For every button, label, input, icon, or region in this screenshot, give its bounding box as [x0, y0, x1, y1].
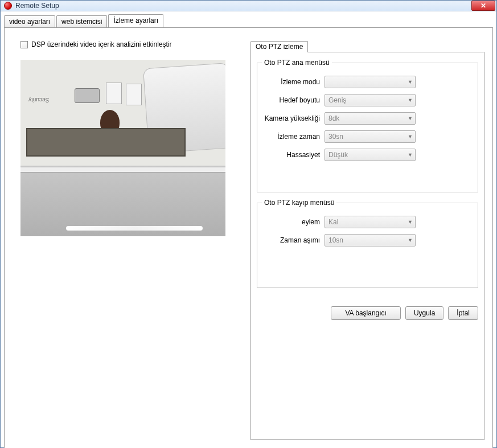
chevron-down-icon: ▼ — [408, 219, 413, 225]
combo-timeout-value: 10sn — [328, 236, 343, 244]
label-target-size: Hedef boyutu — [264, 96, 325, 104]
app-icon — [4, 2, 12, 10]
left-column: DSP üzerindeki video içerik analizini et… — [20, 39, 237, 440]
enable-dsp-label: DSP üzerindeki video içerik analizini et… — [31, 40, 172, 48]
combo-tracking-time-value: 30sn — [328, 133, 343, 141]
label-tracking-time: İzleme zaman — [264, 133, 325, 141]
scene-sheet — [126, 84, 142, 105]
row-tracking-time: İzleme zaman 30sn ▼ — [264, 130, 471, 143]
row-action: eylem Kal ▼ — [264, 216, 471, 228]
scene-light — [66, 226, 203, 231]
apply-button[interactable]: Uygula — [405, 306, 443, 320]
scene-security-text: Security — [28, 97, 49, 103]
combo-camera-height[interactable]: 8dk ▼ — [325, 112, 416, 125]
combo-sensitivity-value: Düşük — [328, 151, 348, 159]
inner-panel: Oto PTZ ana menüsü İzleme modu ▼ Hedef b… — [250, 52, 484, 440]
tab-web-client[interactable]: web istemcisi — [56, 15, 107, 28]
scene-counter — [20, 167, 225, 172]
fieldset-loss-menu: Oto PTZ kayıp menüsü eylem Kal ▼ Zaman a… — [257, 203, 478, 288]
inner-tabstrip: Oto PTZ izleme — [250, 39, 484, 52]
chevron-down-icon: ▼ — [408, 116, 413, 121]
enable-dsp-row[interactable]: DSP üzerindeki video içerik analizini et… — [20, 40, 237, 48]
row-sensitivity: Hassasiyet Düşük ▼ — [264, 149, 471, 161]
close-icon: ✕ — [480, 2, 486, 9]
label-tracking-mode: İzleme modu — [264, 78, 325, 86]
scene-board — [26, 128, 186, 157]
combo-action[interactable]: Kal ▼ — [325, 216, 416, 228]
label-action: eylem — [264, 218, 325, 226]
chevron-down-icon: ▼ — [408, 237, 413, 243]
enable-dsp-checkbox[interactable] — [20, 41, 28, 48]
chevron-down-icon: ▼ — [408, 134, 413, 139]
titlebar: Remote Setup ✕ — [1, 1, 496, 11]
client-area: video ayarları web istemcisi İzleme ayar… — [1, 11, 496, 448]
remote-setup-window: Remote Setup ✕ video ayarları web istemc… — [0, 0, 497, 448]
row-tracking-mode: İzleme modu ▼ — [264, 76, 471, 88]
va-start-button[interactable]: VA başlangıcı — [331, 306, 401, 320]
buttons-row: VA başlangıcı Uygula İptal — [257, 298, 478, 320]
label-camera-height: Kamera yüksekliği — [264, 114, 325, 122]
chevron-down-icon: ▼ — [408, 152, 413, 158]
video-preview: Security — [20, 60, 225, 236]
scene-device — [75, 88, 100, 103]
combo-tracking-mode[interactable]: ▼ — [325, 76, 416, 88]
content-row: DSP üzerindeki video içerik analizini et… — [5, 28, 492, 448]
legend-main-menu: Oto PTZ ana menüsü — [262, 59, 332, 67]
combo-target-size[interactable]: Geniş ▼ — [325, 94, 416, 106]
combo-sensitivity[interactable]: Düşük ▼ — [325, 149, 416, 161]
chevron-down-icon: ▼ — [408, 79, 413, 85]
scene-sheet — [106, 83, 122, 104]
combo-tracking-time[interactable]: 30sn ▼ — [325, 130, 416, 143]
titlebar-left: Remote Setup — [4, 2, 59, 10]
label-timeout: Zaman aşımı — [264, 236, 325, 244]
row-camera-height: Kamera yüksekliği 8dk ▼ — [264, 112, 471, 125]
legend-loss-menu: Oto PTZ kayıp menüsü — [262, 199, 336, 207]
combo-camera-height-value: 8dk — [328, 114, 339, 122]
row-timeout: Zaman aşımı 10sn ▼ — [264, 234, 471, 246]
tracking-panel: DSP üzerindeki video içerik analizini et… — [4, 27, 493, 448]
combo-action-value: Kal — [328, 218, 338, 226]
chevron-down-icon: ▼ — [408, 97, 413, 103]
combo-timeout[interactable]: 10sn ▼ — [325, 234, 416, 246]
label-sensitivity: Hassasiyet — [264, 151, 325, 159]
right-column: Oto PTZ izleme Oto PTZ ana menüsü İzleme… — [250, 39, 484, 440]
fieldset-main-menu: Oto PTZ ana menüsü İzleme modu ▼ Hedef b… — [257, 63, 478, 192]
tab-tracking-settings[interactable]: İzleme ayarları — [108, 14, 163, 27]
row-target-size: Hedef boyutu Geniş ▼ — [264, 94, 471, 106]
inner-tab-auto-ptz[interactable]: Oto PTZ izleme — [250, 41, 308, 52]
tab-video-settings[interactable]: video ayarları — [4, 15, 55, 28]
close-button[interactable]: ✕ — [471, 1, 495, 11]
cancel-button[interactable]: İptal — [448, 306, 478, 320]
window-title: Remote Setup — [15, 2, 59, 10]
main-tabstrip: video ayarları web istemcisi İzleme ayar… — [4, 14, 493, 27]
combo-target-size-value: Geniş — [328, 96, 346, 104]
